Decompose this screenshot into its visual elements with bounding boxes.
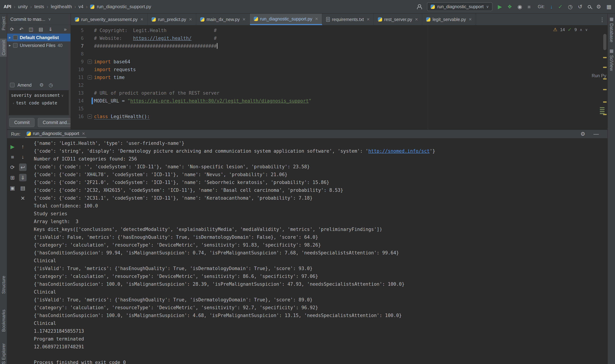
more-actions-icon[interactable]: » [64, 26, 68, 32]
stop-button[interactable]: ■ [9, 153, 16, 161]
editor-tab[interactable]: main_dx_new.py× [196, 14, 250, 25]
stop-button[interactable]: ■ [527, 4, 531, 9]
breadcrumb-item[interactable]: unity [18, 4, 28, 9]
search-icon[interactable] [588, 5, 591, 8]
next-issue-icon[interactable]: ∨ [585, 27, 588, 32]
soft-wrap-icon[interactable]: ↩ [19, 164, 27, 171]
inspections-widget[interactable]: ⚠ 14 ✓ 9 ∧ ∨ [553, 27, 588, 32]
amend-checkbox[interactable] [10, 83, 14, 87]
close-icon[interactable]: × [415, 16, 418, 22]
stripe-button-aws-explorer[interactable]: AWS Explorer [0, 342, 7, 364]
run-tab[interactable]: run_diagnostic_support × [25, 130, 86, 138]
code-line[interactable]: 15 [71, 105, 600, 113]
breadcrumb-item[interactable]: tests [34, 4, 44, 9]
code-editor[interactable]: 5# Copyright: Legit.Health #6# Website: … [71, 26, 607, 129]
close-icon[interactable]: × [367, 16, 369, 22]
changelist-row[interactable]: ▸Default Changelist [7, 34, 70, 41]
close-icon[interactable]: × [140, 16, 143, 22]
editor-tab[interactable]: rest_server.py× [374, 14, 422, 25]
clear-all-icon[interactable]: ✕ [19, 195, 27, 202]
prev-issue-icon[interactable]: ∧ [580, 27, 582, 32]
code-line[interactable]: 5# Copyright: Legit.Health # [71, 26, 600, 34]
code-area[interactable]: 5# Copyright: Legit.Health #6# Website: … [71, 26, 600, 120]
changelist-checkbox[interactable] [13, 43, 18, 48]
error-stripe-mark[interactable] [603, 89, 607, 90]
commit-message-input[interactable]: severity assessment∨‹test code update [9, 90, 69, 116]
rollback-icon[interactable]: ↶ [19, 27, 24, 32]
code-line[interactable]: 10import requests [71, 66, 600, 74]
console-output[interactable]: {'name': 'Legit.Health', 'type': 'user-f… [34, 139, 607, 364]
code-line[interactable]: 14MODEL_URL = "https://ai-pre.legit.heal… [71, 97, 600, 105]
restart-icon[interactable]: ⟳ [9, 164, 16, 171]
changelist-row[interactable]: ▸Unversioned Files40 [7, 41, 70, 49]
stripe-button-structure[interactable]: Structure [0, 274, 7, 295]
editor-tab[interactable]: requirements.txt× [322, 14, 374, 25]
close-icon[interactable]: × [469, 16, 472, 22]
code-line[interactable]: 7#######################################… [71, 42, 600, 50]
expand-arrow-icon[interactable]: ▸ [9, 43, 11, 48]
stripe-button-bookmarks[interactable]: Bookmarks [0, 308, 7, 333]
code-line[interactable]: 12 [71, 81, 600, 89]
down-stack-trace-icon[interactable]: ↓ [19, 153, 27, 161]
breadcrumb-item[interactable]: API [4, 4, 11, 9]
layout-settings-icon[interactable]: ⊞ [9, 174, 16, 181]
commit-and-button[interactable]: Commit and... [38, 118, 71, 127]
close-icon[interactable]: × [242, 16, 245, 22]
fold-icon[interactable]: − [88, 60, 92, 64]
close-icon[interactable]: × [82, 131, 85, 136]
stripe-button-database[interactable]: ▦Database [608, 16, 615, 42]
error-stripe-mark[interactable] [603, 101, 607, 103]
stripe-button-commit[interactable]: Commit [0, 39, 7, 57]
layout-grid-icon[interactable]: ▦ [606, 4, 611, 9]
git-update-icon[interactable]: ↓ [550, 4, 553, 9]
close-icon[interactable]: × [189, 16, 192, 22]
rerun-button[interactable]: ▶ [9, 143, 16, 150]
expand-arrow-icon[interactable]: ▸ [9, 35, 11, 40]
debug-button[interactable]: ❖ [507, 4, 512, 9]
editor-tab[interactable]: run_predict.py× [147, 14, 196, 25]
editor-tab[interactable]: run_severity_assessment.py× [71, 14, 147, 25]
code-line[interactable]: 6# Website: https://legit.health/ # [71, 34, 600, 42]
error-stripe-mark[interactable] [603, 67, 607, 68]
git-commit-icon[interactable]: ✓ [558, 4, 562, 9]
breadcrumb-item[interactable]: legithealth [51, 4, 72, 9]
show-diff-icon[interactable]: ◫ [29, 27, 33, 32]
fold-icon[interactable]: − [88, 114, 92, 119]
close-icon[interactable]: × [315, 16, 318, 22]
group-by-icon[interactable]: ▤ [39, 27, 43, 32]
fold-icon[interactable]: − [88, 75, 92, 79]
profiler-button[interactable]: ◉ [517, 4, 522, 9]
print-icon[interactable]: ▤ [19, 184, 27, 192]
editor-scrollbar[interactable] [603, 34, 606, 50]
stripe-button-project[interactable]: Project [0, 15, 7, 32]
run-button[interactable]: ▶ [498, 4, 502, 9]
shelve-icon[interactable]: ⇓ [48, 27, 53, 32]
editor-tab[interactable]: run_diagnostic_support.py× [250, 14, 322, 25]
rollback-icon[interactable]: ↺ [578, 4, 582, 9]
code-line[interactable]: 8 [71, 50, 600, 58]
commit-history-icon[interactable]: ◷ [49, 82, 53, 88]
code-line[interactable]: 9−import base64 [71, 58, 600, 66]
code-line[interactable]: 11−import time [71, 74, 600, 81]
up-stack-trace-icon[interactable]: ↑ [19, 143, 27, 150]
editor-tab[interactable]: legit_servable.py× [422, 14, 476, 25]
pin-icon[interactable]: ▣ [9, 184, 16, 192]
error-stripe-mark[interactable] [603, 78, 607, 79]
refresh-icon[interactable]: ⟳ [10, 27, 14, 32]
hide-panel-icon[interactable]: — [593, 131, 599, 137]
code-line[interactable]: 13# URL of predict operation of the REST… [71, 89, 600, 97]
commit-target-select[interactable]: Commit to mas... ∨ [7, 14, 70, 25]
user-icon[interactable] [417, 4, 422, 9]
console-link[interactable]: http://snomed.info/sct [368, 148, 429, 154]
tab-options-kebab-icon[interactable]: ⋮ [600, 14, 605, 26]
settings-gear-icon[interactable]: ⚙ [596, 4, 601, 9]
stripe-button-sciview[interactable]: ▦SciView [608, 48, 615, 71]
error-stripe-mark[interactable] [603, 57, 607, 58]
run-config-select[interactable]: run_diagnostic_support ∨ [427, 2, 493, 11]
history-icon[interactable]: ◷ [568, 4, 573, 9]
commit-options-gear-icon[interactable]: ⚙ [39, 82, 44, 88]
changelist-checkbox[interactable] [13, 35, 18, 40]
breadcrumb-item[interactable]: run_diagnostic_support.py [97, 4, 151, 9]
breadcrumb-item[interactable]: v4 [79, 4, 83, 9]
commit-button[interactable]: Commit [9, 118, 35, 127]
